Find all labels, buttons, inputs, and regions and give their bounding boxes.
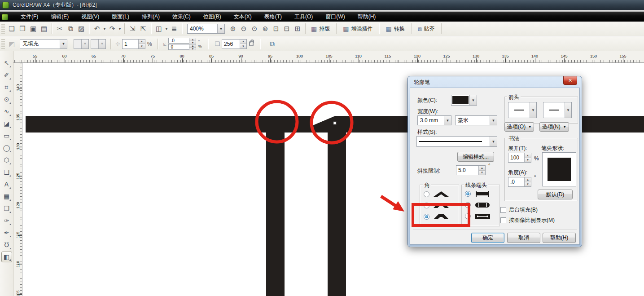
nib-shape-preview[interactable] bbox=[542, 152, 576, 186]
open-icon[interactable]: ❐ bbox=[17, 23, 28, 34]
default-button[interactable]: 默认(D) bbox=[538, 190, 573, 199]
convert-button[interactable]: ▦转换 bbox=[382, 23, 407, 34]
fill-option-combo-1[interactable]: ▼ bbox=[74, 39, 89, 49]
typesetting-button[interactable]: ▦排版 bbox=[308, 23, 333, 34]
close-icon[interactable]: ✕ bbox=[563, 76, 577, 85]
crop-tool-icon[interactable]: ⌗ bbox=[1, 82, 12, 93]
spin-down-icon[interactable]: ▼ bbox=[240, 44, 246, 49]
outline-scale-value[interactable]: 1 bbox=[123, 40, 138, 49]
chevron-down-icon[interactable]: ▼ bbox=[164, 23, 169, 34]
chevron-down-icon[interactable]: ▼ bbox=[98, 40, 105, 49]
end-arrow-combo[interactable]: ▼ bbox=[543, 102, 572, 118]
toolbar-grip[interactable] bbox=[1, 24, 5, 34]
smart-fill-tool-icon[interactable]: ◪ bbox=[1, 118, 12, 129]
chevron-down-icon[interactable]: ▼ bbox=[469, 95, 477, 105]
miter-limit-value[interactable]: 5.0 bbox=[456, 166, 478, 175]
basic-shapes-tool-icon[interactable]: ❑ bbox=[1, 167, 12, 177]
menu-item[interactable]: 位图(B) bbox=[197, 12, 228, 22]
zoom-tool-icon[interactable]: ⊙ bbox=[1, 94, 12, 105]
color-picker[interactable]: ▼ bbox=[451, 95, 477, 106]
mirror-copy-icon[interactable]: ⧉ bbox=[267, 39, 277, 49]
chevron-down-icon[interactable]: ▼ bbox=[118, 23, 122, 34]
fountain-fill-icon[interactable]: ◩ bbox=[6, 39, 17, 49]
scale-with-image-checkbox[interactable]: 按图像比例显示(M) bbox=[500, 216, 555, 224]
angle-value[interactable]: .0 bbox=[508, 177, 524, 186]
zoom-page-width-icon[interactable]: ⊟ bbox=[281, 23, 292, 34]
print-icon[interactable]: ▤ bbox=[39, 23, 49, 34]
redo-icon[interactable]: ↷ bbox=[107, 23, 118, 34]
zoom-page-icon[interactable]: ⊡ bbox=[271, 23, 281, 34]
style-combo[interactable]: ▼ bbox=[416, 136, 497, 147]
menu-item[interactable]: 窗口(W) bbox=[319, 12, 351, 22]
spin-down-icon[interactable]: ▼ bbox=[479, 171, 485, 175]
radio-icon[interactable] bbox=[424, 191, 429, 197]
outline-pen-tool-icon[interactable]: ✒ bbox=[1, 227, 12, 238]
app-launcher-icon[interactable]: ◫ bbox=[153, 23, 164, 34]
chevron-down-icon[interactable]: ▼ bbox=[490, 116, 497, 125]
menu-item[interactable]: 表格(T) bbox=[258, 12, 288, 22]
rectangle-tool-icon[interactable]: ▭ bbox=[1, 130, 12, 141]
spinner-buttons[interactable]: ▲▼ bbox=[478, 166, 485, 175]
width-combo[interactable]: 3.0 mm ▼ bbox=[417, 115, 451, 125]
spinner-buttons[interactable]: ▲▼ bbox=[189, 38, 196, 43]
ok-button[interactable]: 确定 bbox=[471, 233, 504, 243]
spin-up-icon[interactable]: ▲ bbox=[189, 44, 196, 48]
zoom-page-height-icon[interactable]: ⊞ bbox=[292, 23, 303, 34]
checkbox-icon[interactable] bbox=[500, 207, 506, 213]
chevron-down-icon[interactable]: ▼ bbox=[81, 40, 88, 49]
miter-limit-spinner[interactable]: 5.0 ▲▼ bbox=[456, 165, 486, 175]
spinner-buttons[interactable]: ▲▼ bbox=[240, 40, 246, 49]
propbar-grip[interactable] bbox=[1, 39, 5, 49]
menu-item[interactable]: 排列(A) bbox=[136, 12, 166, 22]
rotate-spinner[interactable]: .0 ▲▼ bbox=[168, 38, 196, 44]
menu-item[interactable]: 版面(L) bbox=[105, 12, 136, 22]
edit-style-button[interactable]: 编辑样式... bbox=[457, 152, 494, 162]
lock-icon[interactable] bbox=[249, 41, 254, 46]
vertical-ruler[interactable]: 140135130125120115110105 bbox=[13, 63, 22, 296]
text-tool-icon[interactable]: A bbox=[1, 179, 12, 190]
import-icon[interactable]: ⇲ bbox=[127, 23, 138, 34]
chevron-down-icon[interactable]: ▼ bbox=[444, 116, 451, 125]
polygon-tool-icon[interactable]: ⬡ bbox=[1, 155, 12, 165]
cut-icon[interactable]: ✂ bbox=[54, 23, 65, 34]
chevron-down-icon[interactable]: ▼ bbox=[530, 102, 536, 118]
rotate-value[interactable]: .0 bbox=[169, 38, 189, 43]
chevron-down-icon[interactable]: ▼ bbox=[217, 24, 224, 33]
chevron-down-icon[interactable]: ▼ bbox=[60, 40, 67, 49]
menu-item[interactable]: 视图(V) bbox=[75, 12, 105, 22]
table-tool-icon[interactable]: ▦ bbox=[1, 191, 12, 202]
spin-down-icon[interactable]: ▼ bbox=[525, 182, 531, 187]
outline-scale-spinner[interactable]: 1 ▲▼ bbox=[122, 39, 145, 49]
chevron-down-icon[interactable]: ▼ bbox=[565, 102, 571, 118]
paste-icon[interactable]: ▨ bbox=[76, 23, 87, 34]
spin-up-icon[interactable]: ▲ bbox=[525, 177, 531, 182]
chevron-down-icon[interactable]: ▼ bbox=[102, 23, 107, 34]
undo-icon[interactable]: ↶ bbox=[92, 23, 102, 34]
skew-value[interactable]: 0 bbox=[169, 44, 189, 49]
spinner-buttons[interactable]: ▲▼ bbox=[524, 177, 531, 186]
fill-type-combo[interactable]: 无填充 ▼ bbox=[20, 39, 67, 49]
help-button[interactable]: 帮助(H) bbox=[543, 233, 576, 243]
chevron-down-icon[interactable]: ▼ bbox=[490, 137, 497, 146]
zoom-level-combo[interactable]: 400% ▼ bbox=[187, 24, 225, 34]
menu-item[interactable]: 文件(F) bbox=[14, 12, 44, 22]
zoom-in-icon[interactable]: ⊕ bbox=[228, 23, 238, 34]
menu-item[interactable]: 编辑(E) bbox=[44, 12, 75, 22]
enhanced-plugins-button[interactable]: ▦增强插件 bbox=[340, 23, 376, 34]
spin-up-icon[interactable]: ▲ bbox=[240, 40, 246, 44]
radio-icon[interactable] bbox=[465, 191, 471, 197]
options-n-button[interactable]: 选项(N) ▼ bbox=[539, 122, 569, 132]
fill-tool-icon[interactable]: ℧ bbox=[1, 239, 12, 250]
options-list-icon[interactable]: ≣ bbox=[169, 23, 180, 34]
start-arrow-combo[interactable]: ▼ bbox=[508, 102, 537, 118]
export-icon[interactable]: ⇱ bbox=[138, 23, 149, 34]
behind-fill-checkbox[interactable]: 后台填充(B) bbox=[500, 206, 538, 214]
zoom-selected-icon[interactable]: ⊙ bbox=[249, 23, 260, 34]
blend-tool-icon[interactable]: ❒ bbox=[1, 203, 12, 214]
steps-value[interactable]: 256 bbox=[222, 40, 240, 49]
spin-up-icon[interactable]: ▲ bbox=[139, 40, 145, 44]
pick-tool-icon[interactable]: ↖ bbox=[1, 57, 12, 68]
shape-tool-icon[interactable]: ✐ bbox=[1, 70, 12, 80]
fill-option-combo-2[interactable]: ▼ bbox=[91, 39, 106, 49]
spin-up-icon[interactable]: ▲ bbox=[479, 166, 485, 171]
